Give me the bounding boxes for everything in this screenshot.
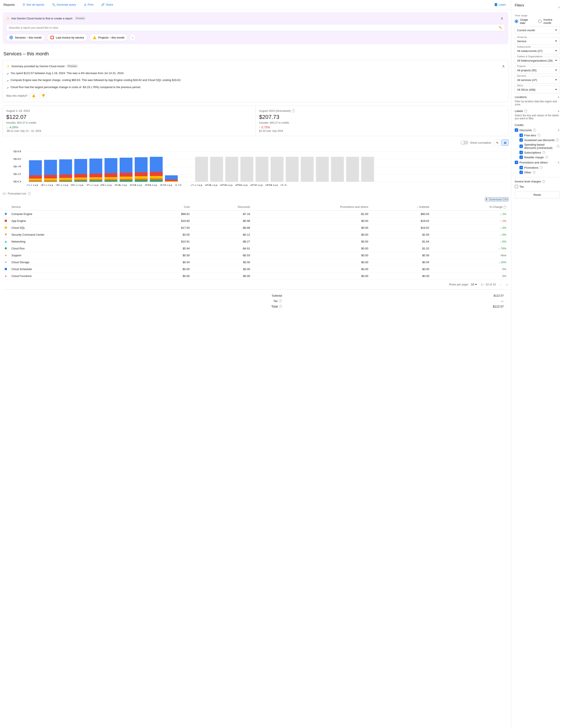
quick-report-more[interactable]: › bbox=[130, 34, 135, 41]
tax-info-icon[interactable]: ? bbox=[279, 299, 282, 302]
projects-label: Projects bbox=[516, 65, 526, 67]
toggle-switch[interactable] bbox=[461, 141, 468, 145]
metric-current-change: ↓ -4.09% bbox=[6, 126, 252, 129]
forecast-info-icon[interactable]: ? bbox=[292, 109, 295, 112]
line-chart-btn[interactable]: ∿ bbox=[494, 140, 501, 146]
generate-query-btn[interactable]: 🔍 Generate query bbox=[50, 2, 78, 7]
sustained-info[interactable]: ? bbox=[556, 138, 559, 142]
metric-current-change-sub: -$5.21 over July 13 – 31, 2024 bbox=[6, 129, 252, 132]
reseller-checkbox[interactable] bbox=[519, 156, 523, 159]
tax-checkbox[interactable] bbox=[515, 185, 518, 188]
invoice-charges-info[interactable]: ? bbox=[542, 180, 545, 183]
summary-line-3: ↗ Cloud Run had the largest percentage c… bbox=[6, 85, 505, 90]
spending-checkbox[interactable] bbox=[519, 145, 523, 148]
sidebar-expand-btn[interactable]: › bbox=[558, 5, 560, 9]
row-icon bbox=[3, 231, 9, 238]
labels-header[interactable]: Labels ? ∨ bbox=[515, 109, 560, 113]
thumbs-up-btn[interactable]: 👍 bbox=[30, 93, 37, 98]
other-checkbox[interactable] bbox=[519, 171, 523, 174]
prev-page-btn[interactable]: ‹ bbox=[499, 282, 502, 287]
locations-chevron: ∨ bbox=[558, 96, 560, 99]
free-tiers-info[interactable]: ? bbox=[537, 134, 540, 137]
free-tiers-checkbox[interactable] bbox=[519, 134, 523, 137]
metric-forecast-credits: includes -$43.27 in credits bbox=[259, 121, 505, 124]
svg-rect-63 bbox=[195, 157, 208, 182]
subscriptions-info[interactable]: ? bbox=[542, 151, 545, 154]
sustained-checkbox[interactable] bbox=[519, 138, 523, 142]
discounts-info[interactable]: ? bbox=[533, 129, 536, 132]
promotions-others-checkbox[interactable] bbox=[515, 161, 518, 164]
projects-select[interactable]: All projects (55) bbox=[515, 66, 560, 74]
skus-select[interactable]: All SKUs (408) bbox=[515, 86, 560, 93]
group-by-select[interactable]: Service Project SKU bbox=[515, 37, 560, 45]
cumulative-toggle[interactable]: Show cumulative bbox=[461, 141, 491, 145]
row-service: Cloud Scheduler bbox=[9, 266, 145, 272]
subscriptions-checkbox[interactable] bbox=[519, 151, 523, 154]
share-icon: 🔗 bbox=[101, 3, 104, 6]
discounts-checkbox[interactable] bbox=[515, 128, 518, 132]
col-subtotal[interactable]: ↓ Subtotal bbox=[370, 204, 431, 210]
download-icon: ⬇ bbox=[485, 198, 488, 201]
svg-rect-53 bbox=[135, 179, 148, 180]
forecast-legend-info[interactable]: ? bbox=[28, 192, 31, 195]
skus-label: SKUs bbox=[516, 84, 524, 87]
labels-info-icon[interactable]: ? bbox=[524, 110, 527, 113]
download-csv-btn[interactable]: ⬇ Download CSV bbox=[485, 197, 508, 201]
pagination-row: Rows per page: 10 25 50 1 – 10 of 15 ‹ › bbox=[0, 280, 511, 289]
see-all-reports-btn[interactable]: ☰ See all reports bbox=[21, 2, 46, 7]
quick-report-invoice[interactable]: Last invoice by service bbox=[47, 34, 87, 41]
gemini-collapse-btn[interactable]: ∧ bbox=[499, 15, 505, 22]
learn-btn[interactable]: 📘 Learn bbox=[493, 2, 508, 7]
current-month-select[interactable]: Current month Last month Last 3 months C… bbox=[515, 26, 560, 34]
gemini-input-row[interactable]: ✏️ bbox=[6, 24, 505, 31]
change-info-icon[interactable]: ? bbox=[503, 206, 506, 209]
chart-svg: $8 $6 $4 $2 $0 bbox=[3, 147, 508, 190]
svg-rect-33 bbox=[74, 179, 87, 180]
subaccounts-select[interactable]: All subaccounts (27) bbox=[515, 47, 560, 54]
quick-report-services[interactable]: Services – this month bbox=[6, 34, 45, 41]
row-discounts: -$9.27 bbox=[192, 238, 252, 245]
gemini-input[interactable] bbox=[9, 26, 499, 29]
usage-date-radio[interactable] bbox=[515, 20, 518, 23]
bar-chart-btn[interactable]: ▦ bbox=[502, 140, 508, 146]
share-btn[interactable]: 🔗 Share bbox=[99, 2, 115, 7]
reseller-info[interactable]: ? bbox=[545, 156, 548, 159]
thumbs-down-btn[interactable]: 👎 bbox=[39, 93, 47, 98]
time-range-label: Time range bbox=[515, 14, 560, 17]
spending-info[interactable]: ? bbox=[557, 145, 560, 148]
total-info-icon[interactable]: ? bbox=[279, 305, 282, 308]
svg-rect-27 bbox=[59, 178, 72, 180]
total-value: $122.07 bbox=[285, 304, 506, 309]
row-change: ↓ 2% bbox=[431, 210, 508, 217]
row-promotions: $0.00 bbox=[252, 272, 370, 279]
svg-rect-28 bbox=[59, 180, 72, 181]
col-discounts: Discounts bbox=[192, 204, 252, 210]
quick-report-projects[interactable]: Projects – this month bbox=[89, 34, 128, 41]
other-info[interactable]: ? bbox=[533, 171, 536, 174]
invoice-month-radio[interactable] bbox=[538, 20, 542, 23]
discounts-collapse[interactable]: ∧ bbox=[558, 129, 560, 132]
summary-title: ✨ Summary provided by Gemini Cloud Assis… bbox=[6, 64, 78, 68]
folders-select[interactable]: All folders/organizations (28) bbox=[515, 57, 560, 64]
row-subtotal: $1.02 bbox=[370, 245, 431, 252]
print-icon: 🖨 bbox=[84, 3, 87, 6]
svg-rect-41 bbox=[104, 173, 117, 177]
services-select[interactable]: All services (47) bbox=[515, 76, 560, 84]
promotions-collapse[interactable]: ∧ bbox=[558, 161, 560, 164]
col-icon bbox=[3, 204, 9, 210]
svg-rect-34 bbox=[74, 180, 87, 181]
reset-btn[interactable]: Reset bbox=[515, 191, 560, 198]
svg-rect-68 bbox=[271, 157, 284, 182]
rows-per-page-select[interactable]: 10 25 50 bbox=[470, 283, 478, 286]
group-by-wrapper: Group by Service Project SKU bbox=[515, 37, 560, 45]
locations-header[interactable]: Locations ∨ bbox=[515, 95, 560, 99]
col-service: Service bbox=[9, 204, 145, 210]
promotions-info[interactable]: ? bbox=[540, 166, 543, 169]
summary-collapse-btn[interactable]: ∧ bbox=[502, 64, 505, 68]
svg-text:Aug 31: Aug 31 bbox=[266, 184, 288, 186]
col-change[interactable]: % Change ? bbox=[431, 204, 508, 210]
page-title: Services – this month bbox=[0, 47, 511, 60]
promotions-checkbox[interactable] bbox=[519, 166, 523, 169]
next-page-btn[interactable]: › bbox=[506, 282, 508, 287]
print-btn[interactable]: 🖨 Print bbox=[82, 2, 95, 7]
